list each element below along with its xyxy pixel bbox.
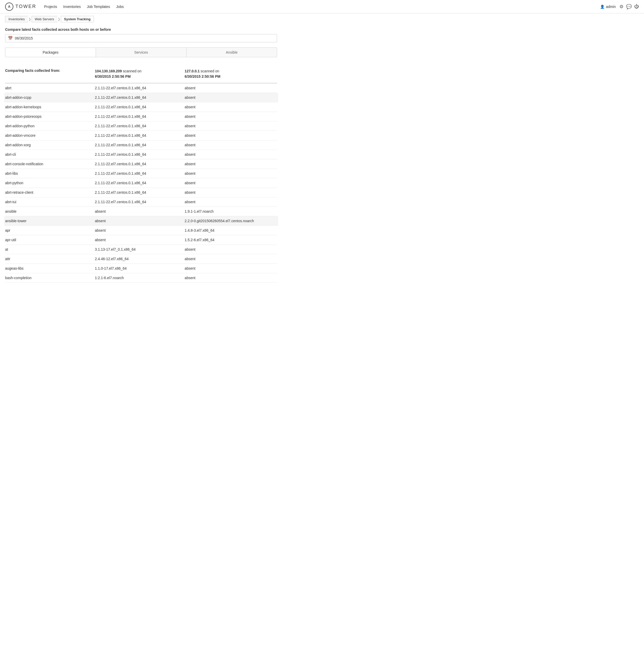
row-name: attr — [5, 257, 95, 261]
table-row: abrt-tui 2.1.11-22.el7.centos.0.1.x86_64… — [5, 197, 277, 207]
host1-date: 6/30/2015 2:50:56 PM — [95, 75, 131, 79]
user-menu[interactable]: 👤 admin — [600, 5, 616, 9]
row-host2: absent — [185, 276, 275, 280]
tab-packages[interactable]: Packages — [5, 48, 96, 57]
row-host1: 2.1.11-22.el7.centos.0.1.x86_64 — [95, 95, 185, 100]
row-host1: 2.1.11-22.el7.centos.0.1.x86_64 — [95, 124, 185, 128]
row-host1: absent — [95, 209, 185, 213]
compare-header: Comparing facts collected from: 104.130.… — [5, 65, 277, 83]
row-name: abrt-cli — [5, 152, 95, 156]
comparing-label: Comparing facts collected from: — [5, 69, 95, 73]
table-row: abrt-cli 2.1.11-22.el7.centos.0.1.x86_64… — [5, 150, 277, 159]
row-host1: 3.1.13-17.el7_0.1.x86_64 — [95, 247, 185, 251]
row-host1: 2.1.11-22.el7.centos.0.1.x86_64 — [95, 200, 185, 204]
table-row: abrt-addon-vmcore 2.1.11-22.el7.centos.0… — [5, 131, 277, 140]
row-name: abrt-addon-ccpp — [5, 95, 95, 100]
row-host2: absent — [185, 266, 275, 271]
tab-ansible[interactable]: Ansible — [187, 48, 277, 57]
row-host2: 2.2.0-0.git201506260554.el7.centos.noarc… — [185, 219, 275, 223]
table-row: abrt 2.1.11-22.el7.centos.0.1.x86_64 abs… — [5, 83, 277, 93]
table-row: attr 2.4.46-12.el7.x86_64 absent — [5, 254, 277, 264]
breadcrumb-system-tracking: System Tracking — [61, 16, 94, 22]
table-row: ansible absent 1.9.1-1.el7.noarch — [5, 207, 277, 216]
main-content: Compare latest facts collected across bo… — [0, 25, 644, 291]
table-row: abrt-addon-kerneloops 2.1.11-22.el7.cent… — [5, 102, 277, 112]
table-row: at 3.1.13-17.el7_0.1.x86_64 absent — [5, 245, 277, 254]
row-host2: absent — [185, 190, 275, 195]
row-host2: absent — [185, 172, 275, 176]
nav-job-templates[interactable]: Job Templates — [87, 5, 110, 9]
table-row: abrt-addon-python 2.1.11-22.el7.centos.0… — [5, 121, 277, 131]
host2-ip: 127.0.0.1 — [185, 69, 200, 73]
row-host1: 2.1.11-22.el7.centos.0.1.x86_64 — [95, 133, 185, 137]
row-host1: 2.1.11-22.el7.centos.0.1.x86_64 — [95, 114, 185, 118]
row-host2: absent — [185, 257, 275, 261]
table-row: augeas-libs 1.1.0-17.el7.x86_64 absent — [5, 264, 277, 273]
row-host2: absent — [185, 162, 275, 166]
row-host2: 1.9.1-1.el7.noarch — [185, 209, 275, 213]
row-name: abrt-retrace-client — [5, 190, 95, 195]
breadcrumb: Inventories ❯ Web Servers ❯ System Track… — [0, 13, 644, 25]
breadcrumb-sep-1: ❯ — [28, 17, 31, 21]
host2-header: 127.0.0.1 scanned on6/30/2015 2:50:56 PM — [185, 69, 275, 79]
row-name: abrt-python — [5, 181, 95, 185]
table-row: abrt-addon-ccpp 2.1.11-22.el7.centos.0.1… — [4, 93, 278, 102]
breadcrumb-inventories[interactable]: Inventories — [5, 16, 28, 22]
row-host2: absent — [185, 124, 275, 128]
row-name: bash-completion — [5, 276, 95, 280]
row-name: abrt-tui — [5, 200, 95, 204]
settings-icon[interactable]: ⚙ — [619, 4, 624, 9]
row-name: abrt-addon-kerneloops — [5, 105, 95, 109]
row-name: abrt-addon-python — [5, 124, 95, 128]
table-row: bash-completion 1:2.1-6.el7.noarch absen… — [5, 273, 277, 283]
row-host2: absent — [185, 181, 275, 185]
table-row: apr-util absent 1.5.2-6.el7.x86_64 — [5, 235, 277, 245]
row-host2: absent — [185, 200, 275, 204]
brand-logo[interactable]: A TOWER — [5, 3, 36, 11]
row-host1: absent — [95, 219, 185, 223]
date-value: 06/30/2015 — [15, 36, 33, 40]
row-name: apr-util — [5, 238, 95, 242]
nav-jobs[interactable]: Jobs — [116, 5, 124, 9]
row-name: abrt-addon-vmcore — [5, 133, 95, 137]
row-name: at — [5, 247, 95, 251]
logout-icon[interactable]: ⏻ — [634, 4, 639, 9]
tab-services[interactable]: Services — [96, 48, 187, 57]
row-host1: absent — [95, 238, 185, 242]
date-input-container[interactable]: 📅 06/30/2015 — [5, 34, 277, 42]
data-table: abrt 2.1.11-22.el7.centos.0.1.x86_64 abs… — [5, 83, 277, 283]
row-name: ansible — [5, 209, 95, 213]
row-host2: absent — [185, 105, 275, 109]
host1-header: 104.130.169.209 scanned on6/30/2015 2:50… — [95, 69, 185, 79]
row-name: abrt-libs — [5, 172, 95, 176]
navbar-icons: ⚙ 💬 ⏻ — [619, 4, 639, 9]
nav-projects[interactable]: Projects — [44, 5, 57, 9]
navbar-right: 👤 admin ⚙ 💬 ⏻ — [600, 4, 639, 9]
username: admin — [606, 5, 616, 9]
logo-name: TOWER — [15, 4, 36, 9]
user-icon: 👤 — [600, 5, 605, 9]
row-host1: absent — [95, 228, 185, 232]
chat-icon[interactable]: 💬 — [626, 4, 632, 9]
row-host2: absent — [185, 133, 275, 137]
row-name: abrt-addon-pstoreoops — [5, 114, 95, 118]
table-row: ansible-tower absent 2.2.0-0.git20150626… — [4, 216, 278, 226]
compare-label: Compare latest facts collected across bo… — [5, 27, 639, 31]
table-row: abrt-python 2.1.11-22.el7.centos.0.1.x86… — [5, 178, 277, 188]
table-row: apr absent 1.4.8-3.el7.x86_64 — [5, 226, 277, 235]
row-name: ansible-tower — [5, 219, 95, 223]
row-host2: absent — [185, 152, 275, 156]
row-host1: 2.1.11-22.el7.centos.0.1.x86_64 — [95, 162, 185, 166]
row-host2: absent — [185, 86, 275, 90]
row-host1: 1:2.1-6.el7.noarch — [95, 276, 185, 280]
breadcrumb-web-servers[interactable]: Web Servers — [31, 16, 57, 22]
host1-ip: 104.130.169.209 — [95, 69, 122, 73]
table-row: abrt-console-notification 2.1.11-22.el7.… — [5, 159, 277, 169]
host2-date: 6/30/2015 2:50:56 PM — [185, 75, 220, 79]
row-host1: 2.1.11-22.el7.centos.0.1.x86_64 — [95, 181, 185, 185]
row-host2: 1.4.8-3.el7.x86_64 — [185, 228, 275, 232]
nav-links: Projects Inventories Job Templates Jobs — [44, 5, 600, 9]
row-name: abrt — [5, 86, 95, 90]
row-host2: 1.5.2-6.el7.x86_64 — [185, 238, 275, 242]
nav-inventories[interactable]: Inventories — [63, 5, 81, 9]
